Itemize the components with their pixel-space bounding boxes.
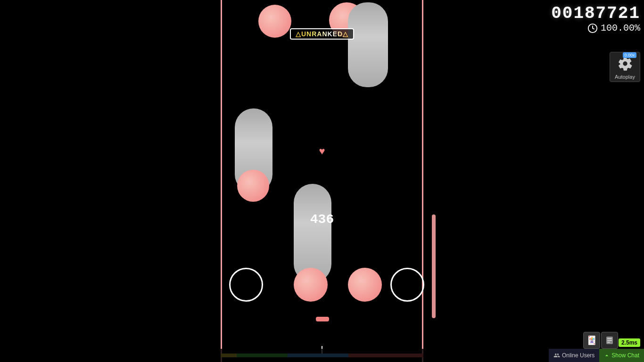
note-ball-mid-left: [237, 170, 269, 202]
chevron-up-icon: [604, 353, 610, 358]
heart-symbol: ♥: [319, 145, 325, 157]
note-pill-top-right: [348, 2, 388, 87]
note-ring-bottom-left: [229, 268, 263, 302]
lane-border-left: [221, 0, 222, 362]
combo-display: 436: [310, 212, 334, 227]
svg-rect-3: [607, 340, 612, 341]
clock-icon: [587, 23, 598, 33]
gear-icon-wrap: 0.00x: [616, 54, 635, 73]
online-users-label: Online Users: [562, 352, 594, 359]
gear-icon: [618, 56, 633, 71]
autoplay-btn[interactable]: 0.00x Autoplay: [610, 52, 640, 82]
svg-rect-4: [607, 342, 610, 343]
ping-display: 2.5ms: [619, 338, 640, 347]
speed-badge: 0.00x: [623, 52, 636, 58]
note-ball-top-left: [258, 5, 291, 38]
unranked-text: △UNRANKED△: [296, 30, 348, 38]
accuracy-display: 100.00%: [587, 23, 640, 33]
show-chat-label: Show Chat: [611, 352, 639, 359]
bottom-bar: Online Users Show Chat: [0, 349, 644, 362]
online-users-icon: [553, 352, 560, 359]
unranked-badge: △UNRANKED△: [290, 28, 354, 40]
char-icon-1[interactable]: 🃏: [583, 332, 600, 349]
online-users-btn[interactable]: Online Users: [549, 349, 599, 362]
char-icon-2[interactable]: [601, 332, 618, 349]
char-icon-2-symbol: [605, 336, 614, 345]
note-ball-center-bottom: [294, 268, 328, 302]
lane-border-right: [422, 0, 423, 362]
autoplay-label: Autoplay: [615, 74, 635, 80]
hold-indicator: [316, 317, 329, 321]
char-icons: 🃏: [583, 332, 618, 349]
score-display: 00187721: [551, 4, 640, 23]
game-area: △UNRANKED△ ♥ 436: [221, 0, 423, 362]
note-ball-right-center: [348, 268, 382, 302]
show-chat-btn[interactable]: Show Chat: [599, 349, 644, 362]
accuracy-value: 100.00%: [601, 23, 640, 33]
svg-rect-2: [607, 338, 612, 339]
v-scroll-indicator: [432, 214, 436, 318]
note-ring-bottom-right: [390, 268, 424, 302]
